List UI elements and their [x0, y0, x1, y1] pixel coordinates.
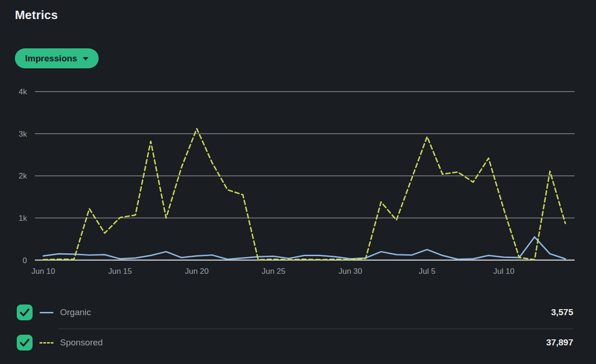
- impressions-line-chart: 01k2k3k4kJun 10Jun 15Jun 20Jun 25Jun 30J…: [0, 79, 596, 286]
- checkmark-icon: [17, 304, 33, 320]
- checkmark-icon: [17, 335, 33, 351]
- svg-text:Jul 5: Jul 5: [419, 267, 435, 276]
- metric-selector-button[interactable]: Impressions: [15, 48, 99, 68]
- metrics-panel: { "background_color": "#1a1d21", "header…: [0, 0, 596, 364]
- svg-text:3k: 3k: [19, 130, 27, 139]
- legend-divider: [58, 329, 574, 329]
- sponsored-line-sample: [40, 342, 54, 344]
- svg-text:1k: 1k: [19, 214, 27, 223]
- metric-selector-label: Impressions: [25, 53, 77, 64]
- sponsored-checkbox[interactable]: [17, 335, 33, 351]
- svg-text:0: 0: [23, 256, 27, 265]
- legend-row-sponsored: Sponsored 37,897: [17, 335, 573, 351]
- legend-label-organic: Organic: [60, 307, 91, 318]
- chevron-down-icon: [83, 57, 88, 60]
- svg-text:Jul 10: Jul 10: [493, 267, 514, 276]
- legend-label-sponsored: Sponsored: [60, 338, 103, 348]
- svg-text:Jun 10: Jun 10: [31, 267, 55, 276]
- legend-total-organic: 3,575: [551, 307, 573, 318]
- svg-text:Jun 25: Jun 25: [261, 267, 285, 276]
- page-title: Metrics: [15, 8, 58, 22]
- svg-text:Jun 20: Jun 20: [185, 267, 208, 276]
- svg-text:2k: 2k: [19, 172, 27, 180]
- svg-text:4k: 4k: [19, 87, 27, 96]
- svg-text:Jun 30: Jun 30: [338, 267, 362, 276]
- legend-total-sponsored: 37,897: [546, 338, 573, 348]
- organic-line-sample: [40, 312, 54, 313]
- svg-text:Jun 15: Jun 15: [108, 267, 132, 276]
- legend-row-organic: Organic 3,575: [17, 304, 573, 320]
- organic-checkbox[interactable]: [17, 304, 33, 320]
